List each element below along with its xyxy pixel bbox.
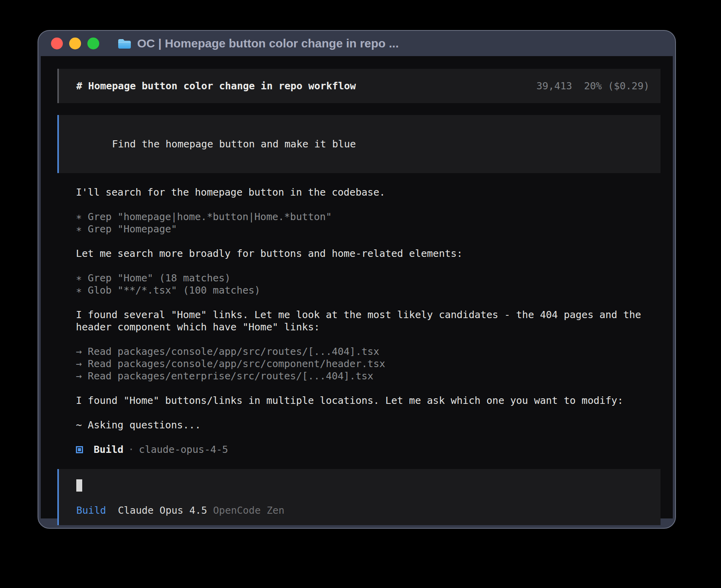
agent-mode-icon [76, 446, 83, 453]
tool-call-line: → Read packages/console/app/src/routes/[… [76, 345, 661, 358]
close-button[interactable] [51, 38, 63, 49]
window-titlebar[interactable]: OC | Homepage button color change in rep… [38, 31, 675, 56]
prompt-input[interactable]: Build Claude Opus 4.5 OpenCode Zen [57, 469, 661, 525]
assistant-text-line: Let me search more broadly for buttons a… [76, 247, 661, 260]
session-stats: 39,413 20% ($0.29) [536, 80, 649, 92]
agent-status-line: Build · claude-opus-4-5 [76, 443, 661, 456]
terminal-window: OC | Homepage button color change in rep… [38, 30, 676, 529]
input-provider-label: OpenCode Zen [213, 504, 285, 516]
tool-call-line: ∗ Glob "**/*.tsx" (100 matches) [76, 284, 661, 296]
user-message-text: Find the homepage button and make it blu… [112, 138, 356, 150]
conversation: I'll search for the homepage button in t… [76, 186, 661, 456]
minimize-button[interactable] [69, 38, 81, 49]
assistant-text: ~ Asking questions... [76, 419, 661, 431]
assistant-text-line: ~ Asking questions... [76, 419, 661, 431]
agent-model: claude-opus-4-5 [139, 443, 228, 456]
tool-call-line: → Read packages/enterprise/src/routes/[.… [76, 370, 661, 382]
assistant-output: I'll search for the homepage button in t… [76, 186, 661, 431]
window-title-group: OC | Homepage button color change in rep… [117, 37, 399, 50]
user-message: Find the homepage button and make it blu… [57, 115, 661, 173]
terminal-content: # Homepage button color change in repo w… [41, 56, 673, 518]
agent-separator: · [128, 443, 134, 456]
tool-call-line: → Read packages/console/app/src/componen… [76, 358, 661, 370]
assistant-text: I found "Home" buttons/links in multiple… [76, 394, 661, 407]
session-title: # Homepage button color change in repo w… [76, 80, 356, 92]
tool-call-group: ∗ Grep "Home" (18 matches)∗ Glob "**/*.t… [76, 272, 661, 296]
zoom-button[interactable] [87, 38, 99, 49]
assistant-text: I found several "Home" links. Let me loo… [76, 309, 661, 333]
tool-call-group: ∗ Grep "homepage|home.*button|Home.*butt… [76, 211, 661, 235]
session-header: # Homepage button color change in repo w… [57, 69, 661, 103]
agent-name: Build [94, 443, 123, 456]
tool-call-group: → Read packages/console/app/src/routes/[… [76, 345, 661, 382]
assistant-text-line: I'll search for the homepage button in t… [76, 186, 661, 198]
input-mode-label: Build [76, 504, 106, 516]
assistant-text: Let me search more broadly for buttons a… [76, 247, 661, 260]
tool-call-line: ∗ Grep "Homepage" [76, 223, 661, 235]
assistant-text-line: I found "Home" buttons/links in multiple… [76, 394, 661, 407]
traffic-lights [51, 38, 99, 49]
folder-icon [117, 38, 132, 49]
tool-call-line: ∗ Grep "homepage|home.*button|Home.*butt… [76, 211, 661, 223]
text-cursor [76, 479, 82, 492]
assistant-text: I'll search for the homepage button in t… [76, 186, 661, 198]
tool-call-line: ∗ Grep "Home" (18 matches) [76, 272, 661, 284]
window-title: OC | Homepage button color change in rep… [137, 37, 399, 50]
input-meta: Build Claude Opus 4.5 OpenCode Zen [76, 504, 649, 516]
input-model-label: Claude Opus 4.5 [118, 504, 207, 516]
assistant-text-line: I found several "Home" links. Let me loo… [76, 309, 661, 333]
